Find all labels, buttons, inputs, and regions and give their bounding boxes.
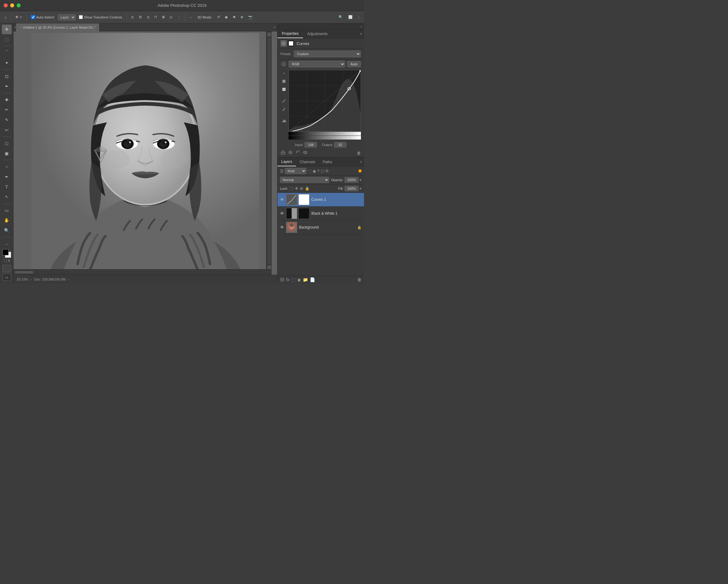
layer-item-curves1[interactable]: 👁 Curves 1 [278,193,364,207]
layers-menu-icon[interactable]: ≡ [358,158,364,166]
transform-check[interactable] [79,15,83,19]
new-group-icon[interactable]: 📁 [303,277,308,282]
text-tool[interactable]: T [2,182,12,192]
tab-channels[interactable]: Channels [296,158,319,166]
pixel-filter-icon[interactable]: ⬚ [308,169,311,173]
scroll-up-btn[interactable] [267,33,271,36]
minimize-button[interactable] [10,3,14,7]
align-center-v-button[interactable]: ⊠ [160,14,166,20]
marquee-tool[interactable]: ⬚ [2,35,12,44]
swap-colors-icon[interactable]: ⇅ [8,259,10,262]
maximize-button[interactable] [17,3,21,7]
tab-scroll-right-icon[interactable]: » [274,26,275,29]
new-adjustment-icon[interactable]: ◉ [297,277,301,282]
shape-filter-icon[interactable]: ◻ [321,169,324,173]
lasso-tool[interactable]: ⌒ [2,48,12,58]
sample-midtones-tool[interactable] [281,78,287,85]
camera-button[interactable]: 📷 [246,14,254,20]
close-button[interactable] [4,3,8,7]
path-select-tool[interactable]: ↖ [2,192,12,202]
align-left-button[interactable]: ⊏ [129,14,136,20]
visibility-icon[interactable] [303,150,308,156]
pencil-draw-tool[interactable] [281,106,287,112]
layer-item-background[interactable]: 👁 [278,221,364,234]
more-tools-button[interactable]: ··· [2,239,12,249]
align-top-button[interactable]: ⊓ [152,14,159,20]
layer-item-bw1[interactable]: 👁 Black & White 1 [278,207,364,221]
view-previous-icon[interactable] [288,150,293,156]
lock-all-icon[interactable]: 🔒 [305,186,310,191]
eraser-tool[interactable]: ◻ [2,138,12,148]
share-button[interactable]: ↑ [356,14,362,20]
eyedropper-tool[interactable]: ✒ [2,82,12,91]
opacity-input[interactable] [345,177,359,183]
input-value[interactable] [305,142,317,148]
auto-select-check[interactable] [31,15,35,19]
channel-dropdown[interactable]: RGB [289,61,345,68]
search-button[interactable]: 🔍 [337,14,345,20]
canvas-bottom-scrollbar[interactable] [14,269,271,275]
show-transform-checkbox[interactable]: Show Transform Controls [77,14,124,20]
layer-vis-icon-curves1[interactable]: 👁 [280,197,284,202]
output-value[interactable] [334,142,346,148]
healing-tool[interactable]: ✚ [2,95,12,105]
add-fx-icon[interactable]: fx [286,277,289,282]
layer-vis-icon-bw1[interactable]: 👁 [280,211,284,216]
fill-chevron-icon[interactable]: ▾ [360,187,362,191]
brush-tool[interactable]: ✏ [2,105,12,115]
tab-paths[interactable]: Paths [319,158,336,166]
crop-tool[interactable]: ⊡ [2,72,12,81]
curves-graph[interactable] [289,70,361,131]
lock-artboard-icon[interactable]: ⊞ [300,186,303,191]
sample-highlights-tool[interactable] [281,86,287,93]
clone-tool[interactable]: ✎ [2,115,12,125]
tab-scroll-left-icon[interactable]: « [14,26,16,29]
fill-input[interactable] [345,186,359,191]
home-button[interactable]: ⌂ [2,15,8,20]
filter-type-icon[interactable]: ☰ [280,169,284,173]
tab-close-icon[interactable]: × [20,26,22,29]
zoom-view-button[interactable]: ⊕ [239,14,245,20]
pen-tool[interactable]: ✒ [2,172,12,182]
kind-dropdown[interactable]: Kind [285,168,306,174]
lock-position-icon[interactable]: ✥ [295,186,298,191]
tab-layers[interactable]: Layers [278,158,296,166]
orbit-button[interactable]: ◉ [223,14,230,20]
sample-shadows-tool[interactable] [281,70,287,77]
align-center-h-button[interactable]: ⊟ [137,14,144,20]
panel-menu-icon[interactable]: ≡ [358,30,364,38]
window-controls[interactable] [4,3,21,7]
layer-vis-icon-bg[interactable]: 👁 [280,225,284,230]
quick-mask-btn[interactable] [2,265,11,272]
auto-select-checkbox[interactable]: Auto-Select: [29,14,57,20]
history-brush-tool[interactable]: ↩ [2,125,12,135]
reset-default-icon[interactable]: ⬛ [3,259,7,262]
on-image-adjust-icon[interactable] [281,61,287,67]
reset-icon[interactable] [295,150,300,156]
panel-collapse-icon[interactable]: « [359,25,364,28]
gradient-tool[interactable]: ▣ [2,149,12,158]
horizontal-scrollbar-thumb[interactable] [15,271,33,274]
auto-button[interactable]: Auto [347,61,361,67]
auto-select-dropdown[interactable]: Layer [58,14,76,20]
3d-mode-button[interactable]: 3D Mode: [196,15,214,20]
histogram-icon-btn[interactable] [281,117,287,124]
foreground-background-swatches[interactable] [2,249,11,258]
rotate-view-button[interactable]: ↺ [215,14,222,20]
move-tool-button[interactable]: ✥ ⊹ [14,14,24,20]
pan-button[interactable]: ✚ [231,14,237,20]
canvas-right-scrollbar[interactable] [266,31,271,269]
screen-mode-btn[interactable]: ▭ [2,274,11,281]
opacity-chevron-icon[interactable]: ▾ [360,178,362,182]
move-tool[interactable]: ✥ [2,25,12,34]
align-right-button[interactable]: ⊐ [145,14,151,20]
preset-dropdown[interactable]: Custom [294,51,361,57]
foreground-swatch[interactable] [2,249,9,255]
link-layers-icon[interactable]: ⛓ [280,277,284,282]
dodge-tool[interactable]: ○ [2,162,12,172]
tab-properties[interactable]: Properties [278,30,303,38]
scroll-down-btn[interactable] [267,265,271,269]
clip-shadows-icon[interactable] [281,150,285,156]
canvas-tab-active[interactable]: × Untitled-1 @ 33.3% (Curves 1, Layer Ma… [16,23,100,31]
align-bottom-button[interactable]: ⊔ [168,14,174,20]
